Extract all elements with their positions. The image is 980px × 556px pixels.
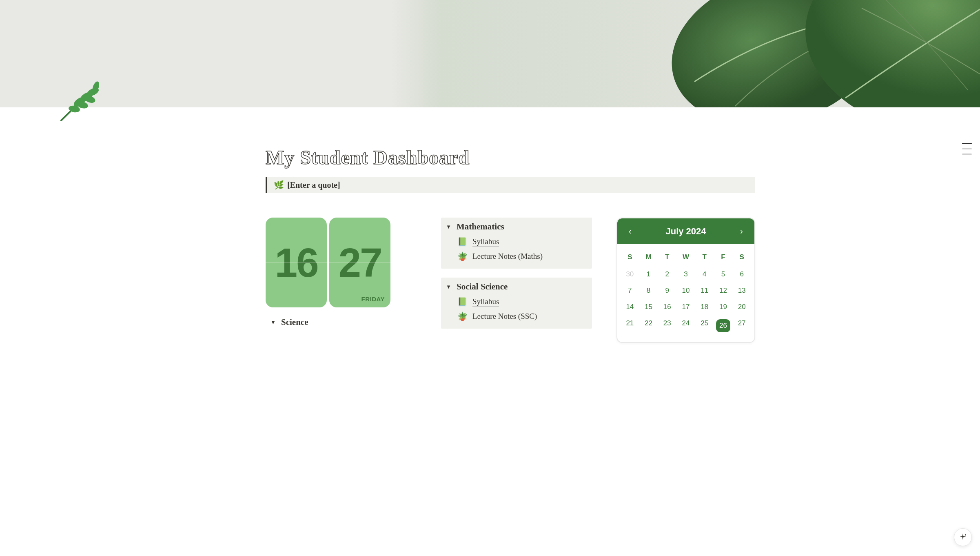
calendar-day[interactable]: 14 [621, 299, 639, 315]
calendar-day[interactable]: 9 [658, 282, 676, 299]
calendar-dow: T [695, 249, 714, 266]
calendar-day[interactable]: 3 [676, 266, 695, 282]
calendar-day[interactable]: 25 [695, 315, 714, 336]
toggle-social-science: ▼ Social Science 📗 Syllabus 🪴 Lecture No… [441, 278, 592, 329]
plant-icon: 🪴 [457, 311, 468, 321]
toggle-science[interactable]: ▼ Science [266, 316, 417, 329]
handle-line [962, 148, 972, 149]
calendar-day[interactable]: 16 [658, 299, 676, 315]
page-icon-herb[interactable] [57, 80, 114, 125]
link-label: Syllabus [472, 297, 499, 307]
calendar-day[interactable]: 20 [732, 299, 751, 315]
link-item-syllabus-math[interactable]: 📗 Syllabus [457, 234, 587, 249]
calendar-day[interactable]: 1 [639, 266, 658, 282]
calendar-day[interactable]: 21 [621, 315, 639, 336]
clock-hour-card: 16 [266, 218, 327, 307]
calendar-day[interactable]: 7 [621, 282, 639, 299]
cover-leaf-art [633, 0, 980, 107]
calendar-day[interactable]: 6 [732, 266, 751, 282]
calendar-day[interactable]: 24 [676, 315, 695, 336]
clock-hour: 16 [275, 242, 317, 283]
link-item-notes-math[interactable]: 🪴 Lecture Notes (Maths) [457, 249, 587, 264]
clock-day-label: FRIDAY [361, 296, 385, 302]
calendar-day[interactable]: 8 [639, 282, 658, 299]
link-label: Lecture Notes (SSC) [472, 312, 537, 321]
right-column: ‹ July 2024 › SMTWTFS3012345678910111213… [616, 218, 755, 343]
handle-line [962, 153, 972, 155]
plant-icon: 🪴 [457, 251, 468, 261]
calendar-dow: F [714, 249, 733, 266]
calendar-day[interactable]: 4 [695, 266, 714, 282]
chevron-down-icon: ▼ [270, 319, 275, 326]
calendar-grid: SMTWTFS301234567891011121314151617181920… [617, 244, 754, 342]
book-icon: 📗 [457, 297, 468, 307]
middle-column: ▼ Mathematics 📗 Syllabus 🪴 Lecture Notes… [441, 218, 592, 338]
link-label: Syllabus [472, 237, 499, 247]
calendar-day[interactable]: 23 [658, 315, 676, 336]
herb-icon: 🌿 [274, 180, 284, 190]
calendar-day[interactable]: 19 [714, 299, 733, 315]
calendar-day-other[interactable]: 30 [621, 266, 639, 282]
quote-callout[interactable]: 🌿 [Enter a quote] [266, 177, 755, 193]
left-column: 16 27 FRIDAY ▼ Science [266, 218, 417, 329]
calendar-day[interactable]: 10 [676, 282, 695, 299]
calendar-day[interactable]: 5 [714, 266, 733, 282]
quote-placeholder-text: [Enter a quote] [287, 180, 340, 190]
calendar-day[interactable]: 12 [714, 282, 733, 299]
book-icon: 📗 [457, 237, 468, 247]
calendar-day[interactable]: 13 [732, 282, 751, 299]
calendar-title: July 2024 [665, 226, 706, 237]
toggle-mathematics-header[interactable]: ▼ Mathematics [441, 218, 592, 234]
calendar-dow: S [621, 249, 639, 266]
clock-minute: 27 [338, 242, 381, 283]
calendar-day[interactable]: 2 [658, 266, 676, 282]
toggle-social-science-header[interactable]: ▼ Social Science [441, 278, 592, 294]
toggle-mathematics-title: Mathematics [457, 222, 504, 232]
side-menu-handles[interactable] [962, 143, 972, 155]
clock-widget: 16 27 FRIDAY [266, 218, 417, 307]
link-item-notes-ssc[interactable]: 🪴 Lecture Notes (SSC) [457, 309, 587, 324]
link-item-syllabus-ssc[interactable]: 📗 Syllabus [457, 294, 587, 309]
chevron-down-icon: ▼ [446, 224, 451, 230]
calendar-day[interactable]: 15 [639, 299, 658, 315]
calendar-day[interactable]: 17 [676, 299, 695, 315]
calendar-dow: T [658, 249, 676, 266]
toggle-social-science-title: Social Science [457, 282, 508, 292]
chevron-down-icon: ▼ [446, 284, 451, 290]
calendar-day-today[interactable]: 26 [714, 315, 733, 336]
calendar-day[interactable]: 18 [695, 299, 714, 315]
calendar-dow: S [732, 249, 751, 266]
clock-minute-card: 27 FRIDAY [329, 218, 390, 307]
calendar-next-button[interactable]: › [737, 225, 746, 238]
calendar-day[interactable]: 22 [639, 315, 658, 336]
link-label: Lecture Notes (Maths) [472, 252, 543, 261]
calendar-dow: W [676, 249, 695, 266]
toggle-mathematics: ▼ Mathematics 📗 Syllabus 🪴 Lecture Notes… [441, 218, 592, 269]
calendar-day[interactable]: 11 [695, 282, 714, 299]
calendar-day[interactable]: 27 [732, 315, 751, 336]
calendar-prev-button[interactable]: ‹ [625, 225, 635, 238]
toggle-science-title: Science [281, 317, 308, 327]
calendar-dow: M [639, 249, 658, 266]
calendar-widget: ‹ July 2024 › SMTWTFS3012345678910111213… [616, 218, 755, 343]
cover-image[interactable] [0, 0, 980, 107]
handle-line [962, 143, 972, 144]
page-title[interactable]: My Student Dashboard [266, 146, 755, 169]
